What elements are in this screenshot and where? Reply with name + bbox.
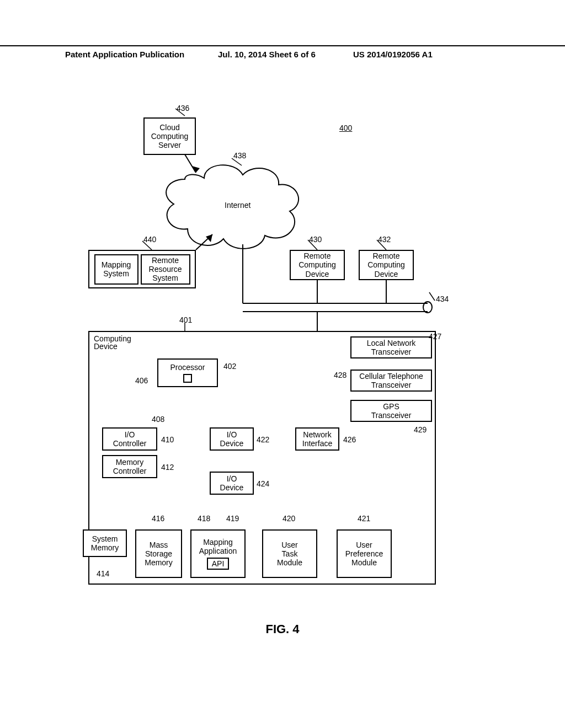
svg-marker-3 bbox=[206, 234, 212, 242]
ref-440: 440 bbox=[143, 235, 156, 243]
io-device-2: I/O Device bbox=[210, 472, 254, 495]
remote-resource-system: Remote Resource System bbox=[141, 254, 190, 285]
ref-419: 419 bbox=[226, 515, 239, 522]
ref-434: 434 bbox=[436, 295, 449, 303]
ref-421: 421 bbox=[358, 515, 370, 522]
local-network-transceiver: Local Network Transceiver bbox=[350, 336, 432, 358]
io-controller: I/O Controller bbox=[102, 427, 157, 451]
mapping-application: Mapping Application API bbox=[190, 529, 246, 578]
ref-432: 432 bbox=[378, 235, 391, 243]
ref-429: 429 bbox=[414, 426, 427, 433]
processor-label: Processor bbox=[170, 363, 205, 372]
ref-427: 427 bbox=[429, 333, 441, 340]
ref-400: 400 bbox=[339, 124, 352, 132]
page-header: Patent Application Publication Jul. 10, … bbox=[0, 45, 565, 49]
computing-device-label: Computing Device bbox=[94, 335, 131, 350]
processor: Processor bbox=[157, 358, 218, 387]
header-left: Patent Application Publication bbox=[65, 50, 184, 59]
ref-402: 402 bbox=[223, 362, 236, 370]
svg-marker-1 bbox=[192, 166, 200, 173]
ref-412: 412 bbox=[161, 463, 174, 471]
ref-416: 416 bbox=[152, 515, 164, 522]
ref-408: 408 bbox=[152, 415, 164, 423]
figure-label: FIG. 4 bbox=[0, 622, 565, 636]
ref-406: 406 bbox=[135, 377, 148, 384]
header-right: US 2014/0192056 A1 bbox=[353, 50, 433, 59]
user-task-module: User Task Module bbox=[262, 529, 317, 578]
user-preference-module: User Preference Module bbox=[337, 529, 392, 578]
ref-424: 424 bbox=[257, 480, 269, 488]
ref-436: 436 bbox=[177, 104, 189, 112]
ref-428: 428 bbox=[334, 371, 347, 379]
memory-controller: Memory Controller bbox=[102, 455, 157, 478]
ref-430: 430 bbox=[309, 235, 322, 243]
mapping-application-label: Mapping Application bbox=[199, 538, 237, 555]
remote-computing-device-2: Remote Computing Device bbox=[359, 250, 414, 280]
diagram-canvas: 400 Cloud Computing Server 436 Internet … bbox=[88, 108, 486, 604]
header-mid: Jul. 10, 2014 Sheet 6 of 6 bbox=[218, 50, 316, 59]
ref-420: 420 bbox=[282, 515, 295, 522]
internet-label: Internet bbox=[225, 201, 250, 209]
system-memory: System Memory bbox=[83, 529, 127, 557]
network-interface: Network Interface bbox=[295, 427, 339, 451]
ref-418: 418 bbox=[198, 515, 210, 522]
ref-414: 414 bbox=[97, 570, 109, 577]
cloud-computing-server: Cloud Computing Server bbox=[143, 117, 196, 155]
gps-transceiver: GPS Transceiver bbox=[350, 400, 432, 422]
ref-410: 410 bbox=[161, 436, 174, 443]
api-box: API bbox=[207, 558, 229, 570]
ref-422: 422 bbox=[257, 436, 269, 443]
ref-426: 426 bbox=[343, 436, 356, 443]
cellular-transceiver: Cellular Telephone Transceiver bbox=[350, 370, 432, 392]
processor-core-icon bbox=[183, 374, 192, 383]
io-device-1: I/O Device bbox=[210, 427, 254, 451]
remote-computing-device-1: Remote Computing Device bbox=[290, 250, 345, 280]
ref-401: 401 bbox=[179, 316, 192, 324]
svg-line-0 bbox=[185, 154, 196, 173]
mass-storage-memory: Mass Storage Memory bbox=[135, 529, 182, 578]
ref-438: 438 bbox=[233, 152, 246, 159]
mapping-system: Mapping System bbox=[94, 254, 138, 285]
